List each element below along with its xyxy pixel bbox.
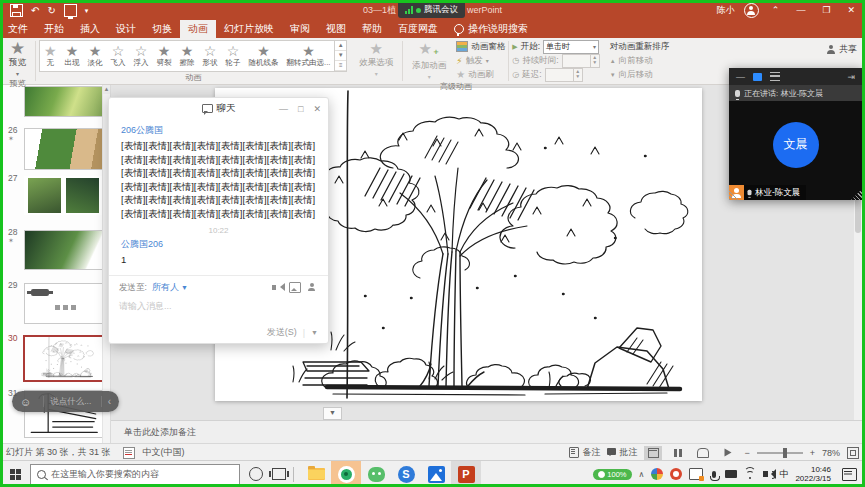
speedup-ball[interactable]: 100% (593, 469, 631, 480)
spellcheck-icon[interactable] (123, 447, 135, 459)
taskbar-sogou-browser[interactable]: S (391, 461, 421, 487)
effect-none[interactable]: ★无 (40, 41, 61, 71)
animation-pane-button[interactable]: 动画窗格 (456, 40, 505, 53)
taskbar-tencent-meeting-active[interactable] (331, 461, 361, 487)
action-center-icon[interactable] (842, 468, 857, 481)
slide-thumbnail-29[interactable] (24, 283, 105, 324)
add-animation-button[interactable]: ★＋ 添加动画 ▾ (406, 40, 452, 81)
slide-thumbnail-25[interactable] (24, 86, 105, 117)
account-name[interactable]: 陈小 (717, 4, 735, 17)
collapse-icon[interactable]: ‹ (108, 396, 111, 407)
share-button[interactable]: 共享 (827, 43, 857, 56)
tab-help[interactable]: 帮助 (354, 20, 390, 38)
slide-sorter-view-button[interactable] (669, 446, 687, 460)
slide-thumbnail-28[interactable] (24, 230, 105, 270)
minimize-icon[interactable]: — (792, 5, 809, 15)
chat-minimize-icon[interactable]: — (279, 104, 288, 114)
effect-split[interactable]: ★劈裂 (153, 41, 176, 71)
tab-animations[interactable]: 动画 (180, 20, 216, 38)
wifi-icon[interactable] (744, 469, 756, 479)
language-indicator[interactable]: 中文(中国) (143, 446, 185, 459)
send-options-icon[interactable]: ▼ (311, 329, 318, 336)
notes-pane[interactable]: 单击此处添加备注 (111, 420, 862, 443)
chat-sender[interactable]: 206公腾国 (121, 124, 316, 137)
announcement-icon[interactable] (272, 283, 282, 292)
tab-view[interactable]: 视图 (318, 20, 354, 38)
task-view-icon[interactable] (272, 468, 286, 480)
undo-icon[interactable]: ↶ (31, 5, 39, 16)
tencent-meeting-badge[interactable]: 腾讯会议 (398, 2, 465, 18)
screenshot-tray-icon[interactable] (689, 468, 703, 480)
chat-message-list[interactable]: 206公腾国 [表情][表情][表情][表情][表情][表情][表情][表情][… (109, 119, 328, 275)
participant-video-tile[interactable]: 文晨 林业-陈文晨 (729, 101, 862, 200)
fit-to-window-icon[interactable] (847, 447, 859, 459)
zoom-slider-thumb[interactable] (783, 448, 787, 458)
effect-fly-in[interactable]: ☆飞入 (107, 41, 130, 71)
tab-slideshow[interactable]: 幻灯片放映 (216, 20, 282, 38)
send-to-dropdown[interactable]: 所有人 (152, 281, 179, 294)
tab-insert[interactable]: 插入 (72, 20, 108, 38)
taskbar-wechat[interactable] (361, 461, 391, 487)
tab-review[interactable]: 审阅 (282, 20, 318, 38)
microphone-tray-icon[interactable] (712, 471, 716, 478)
taskbar-search-input[interactable]: 在这里输入你要搜索的内容 (30, 464, 240, 485)
antivirus-tray-icon[interactable] (651, 468, 663, 480)
send-button[interactable]: 发送(S) (267, 326, 297, 339)
volume-icon[interactable] (763, 471, 768, 477)
quick-chat-placeholder[interactable]: 说点什么... (50, 396, 94, 408)
video-layout-icon[interactable] (753, 73, 762, 81)
start-slideshow-icon[interactable] (64, 4, 77, 17)
effect-options-button[interactable]: ★ 效果选项 ▾ (353, 40, 399, 78)
slide-thumbnail-30-selected[interactable] (23, 335, 106, 382)
move-later-button[interactable]: ▼向后移动 (610, 68, 670, 81)
slide-thumbnail-27[interactable] (24, 176, 103, 215)
zoom-slider[interactable] (757, 452, 803, 454)
taskbar-clock[interactable]: 10:46 2022/3/15 (795, 465, 831, 483)
redo-icon[interactable]: ↻ (47, 5, 55, 16)
zoom-in-button[interactable]: + (810, 448, 815, 458)
chat-titlebar[interactable]: 聊天 — □ ✕ (109, 98, 328, 119)
cortana-icon[interactable] (249, 467, 263, 481)
browser-tray-icon[interactable] (670, 468, 682, 480)
panel-menu-icon[interactable] (770, 72, 780, 81)
zoom-level[interactable]: 78% (822, 448, 840, 458)
save-icon[interactable] (10, 4, 23, 17)
duration-spinner[interactable]: ▲▼ (562, 54, 600, 68)
chat-input[interactable]: 请输入消息... (119, 300, 318, 326)
notes-splitter-button[interactable]: ▼ (323, 407, 342, 420)
trigger-button[interactable]: ⚡触发▾ (456, 54, 505, 67)
resize-handle[interactable] (851, 189, 862, 200)
account-avatar[interactable] (744, 3, 759, 18)
taskbar-powerpoint-active[interactable]: P (451, 461, 481, 487)
normal-view-button[interactable] (644, 446, 662, 460)
camera-tray-icon[interactable] (725, 470, 737, 478)
meeting-quick-chat-bar[interactable]: ☺ 说点什么... ‹ (12, 391, 119, 412)
effect-wipe[interactable]: ★擦除 (176, 41, 199, 71)
move-earlier-button[interactable]: ▲向前移动 (610, 54, 670, 67)
taskbar-file-explorer[interactable] (301, 461, 331, 487)
tab-baidu-netdisk[interactable]: 百度网盘 (390, 20, 446, 38)
tray-expand-icon[interactable]: ∧ (639, 470, 645, 479)
animation-painter-button[interactable]: ★动画刷 (456, 68, 505, 81)
tab-home[interactable]: 开始 (36, 20, 72, 38)
panel-collapse-icon[interactable]: ⇥ (847, 72, 855, 82)
emoji-icon[interactable]: ☺ (20, 396, 31, 408)
chat-sender[interactable]: 公腾国206 (121, 238, 316, 251)
taskbar-photos[interactable] (421, 461, 451, 487)
effect-swivel[interactable]: ★翻转式由远... (283, 41, 335, 71)
effect-shape[interactable]: ☆形状 (199, 41, 222, 71)
start-combobox[interactable]: 单击时▾ (543, 40, 599, 54)
effect-float-in[interactable]: ☆浮入 (130, 41, 153, 71)
slide-thumbnail-26[interactable] (24, 128, 105, 170)
tab-transitions[interactable]: 切换 (144, 20, 180, 38)
tab-file[interactable]: 文件 (0, 20, 36, 38)
image-icon[interactable] (289, 282, 301, 293)
effect-appear[interactable]: ★出现 (61, 41, 84, 71)
reading-view-button[interactable] (694, 446, 712, 460)
qat-dropdown-icon[interactable]: ▾ (85, 5, 89, 16)
mention-member-icon[interactable] (308, 283, 318, 292)
ime-indicator[interactable]: 中 (779, 468, 788, 481)
effect-random-bars[interactable]: ★随机线条 (245, 41, 283, 71)
chat-maximize-icon[interactable]: □ (298, 104, 303, 114)
tab-tell-me[interactable]: 操作说明搜索 (446, 20, 536, 38)
